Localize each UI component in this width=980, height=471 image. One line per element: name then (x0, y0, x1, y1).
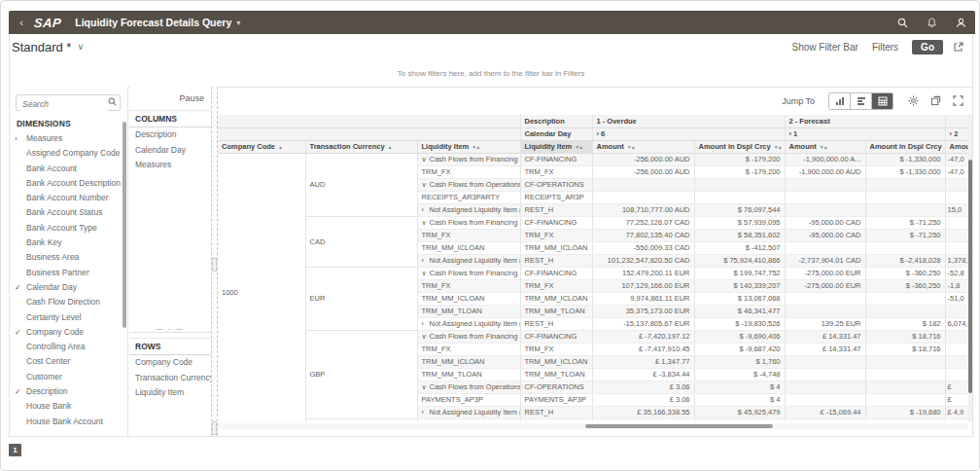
liquidity-key-cell[interactable]: CF-FINANCING (520, 216, 592, 229)
amount-cell[interactable]: £ 3.06 (592, 380, 694, 393)
expand-icon[interactable]: › (422, 206, 430, 213)
liquidity-item-cell[interactable]: TRM_FX (417, 229, 520, 241)
splitter-grip[interactable] (212, 258, 217, 272)
amount-cell[interactable]: 108,710,777.00 AUD (592, 203, 694, 216)
amount-cell[interactable]: $ -71,250 (865, 216, 945, 229)
horizontal-scrollbar[interactable] (218, 423, 968, 429)
amount-cell[interactable]: 9,974,861.11 EUR (592, 292, 694, 305)
liquidity-key-cell[interactable]: CF-FINANCING (520, 267, 592, 279)
amount-cell[interactable]: -550,009.33 CAD (592, 241, 694, 254)
gear-icon[interactable] (905, 95, 921, 106)
amount-cell[interactable]: £ -7,417,910.45 (592, 343, 694, 355)
amount-cell[interactable]: -52,8 (945, 267, 968, 279)
amount-cell[interactable]: £ 14,331.47 (785, 343, 865, 355)
collapse-icon[interactable]: ∨ (422, 270, 430, 277)
liquidity-key-cell[interactable]: TRM_MM_ICLOAN (520, 241, 592, 254)
amount-cell[interactable]: £ 1,347.77 (592, 355, 694, 368)
amount-cell[interactable]: $ 76,097,544 (694, 203, 785, 216)
dimension-item-bank-account-status[interactable]: Bank Account Status (10, 205, 127, 220)
amount-cell[interactable]: 77,802,135.40 CAD (592, 229, 694, 241)
amount-cell[interactable]: -275,000.00 EUR (785, 267, 865, 279)
amount-cell[interactable]: $ 58,351,602 (694, 229, 785, 241)
liquidity-key-cell[interactable]: CF-FINANCING (520, 153, 592, 165)
go-button[interactable]: Go (912, 40, 943, 54)
liquidity-key-cell[interactable]: TRM_FX (520, 165, 592, 178)
amount-cell[interactable]: 107,129,166.00 EUR (592, 279, 694, 292)
dimension-item-bank-key[interactable]: Bank Key (10, 236, 127, 250)
amount-cell[interactable] (865, 292, 945, 305)
dimensions-scrollbar[interactable] (122, 122, 126, 328)
amount-cell[interactable]: $ -1,330,000 (865, 165, 945, 178)
liquidity-key-cell[interactable]: RECEIPTS_AR3P (520, 191, 592, 203)
amount-cell[interactable]: £ -3,834.44 (592, 368, 694, 380)
liquidity-item-cell[interactable]: ∨Cash Flows from Financing (417, 330, 520, 343)
amount-cell[interactable]: -60 (945, 418, 968, 421)
search-input[interactable] (20, 96, 108, 111)
amount-cell[interactable]: -256,000.00 AUD (592, 153, 694, 165)
liquidity-item-cell[interactable]: ›Not Assigned Liquidity Item (s) (417, 254, 520, 267)
dimension-item-customer[interactable]: Customer (10, 370, 127, 384)
amount-cell[interactable]: £ 35,166,338.55 (592, 406, 694, 418)
amount-cell[interactable] (592, 191, 694, 203)
column-header-liquidity-item[interactable]: Liquidity Item▼▲ (417, 140, 520, 153)
columns-item-measures[interactable]: Measures (129, 158, 211, 173)
liquidity-key-cell[interactable]: CF-FINANCING (520, 330, 592, 343)
dimension-item-certainty-level[interactable]: Certainty Level (10, 310, 127, 325)
column-header-amount[interactable]: Amount▼▲ (592, 140, 694, 153)
liquidity-key-cell[interactable]: REST_H (520, 254, 592, 267)
amount-cell[interactable]: 15,0 (945, 203, 968, 216)
amount-cell[interactable]: $ -412,507 (694, 241, 785, 254)
amount-cell[interactable]: $ 1,760 (694, 355, 785, 368)
amount-cell[interactable]: £ -7,420,197.12 (592, 330, 694, 343)
amount-cell[interactable] (945, 241, 968, 254)
liquidity-key-cell[interactable]: REST_H (520, 203, 592, 216)
liquidity-item-cell[interactable]: ›Not Assigned Liquidity Item (s) (417, 203, 520, 216)
collapse-icon[interactable]: ∨ (422, 156, 430, 163)
drill-header[interactable]: › 2 (945, 127, 968, 140)
amount-cell[interactable]: £ -15,069.44 (785, 406, 865, 418)
dimension-item-bank-account-description[interactable]: Bank Account Description (10, 176, 127, 191)
liquidity-item-cell[interactable]: ∨Cash Flows from Financing (417, 267, 520, 279)
liquidity-item-cell[interactable]: RECEIPTS_AR3PARTY (417, 191, 520, 203)
dimension-item-cash-flow-direction[interactable]: Cash Flow Direction (10, 295, 127, 309)
table-row[interactable]: GBP∨Cash Flows from FinancingCF-FINANCIN… (218, 330, 968, 343)
amount-cell[interactable] (945, 305, 968, 317)
liquidity-item-cell[interactable]: TRM_MM_ICLOAN (417, 292, 520, 305)
amount-cell[interactable] (945, 355, 968, 368)
liquidity-item-cell[interactable]: ›Not Assigned Liquidity Item (s) (417, 317, 520, 330)
table-row[interactable]: 1000AUD∨Cash Flows from FinancingCF-FINA… (218, 153, 968, 165)
dimension-item-cost-center[interactable]: Cost Center (10, 354, 127, 369)
amount-cell[interactable]: £ (945, 380, 968, 393)
amount-cell[interactable]: 139.25 EUR (785, 317, 865, 330)
liquidity-key-cell[interactable]: CF-OPERATIONS (520, 178, 592, 191)
amount-cell[interactable]: -15,137,805.67 EUR (592, 317, 694, 330)
amount-cell[interactable]: $ 4 (694, 380, 785, 393)
liquidity-item-cell[interactable]: ∨Cash Flows from Financing (417, 153, 520, 165)
amount-cell[interactable]: -2,737,904.01 CAD (785, 254, 865, 267)
amount-cell[interactable]: £ 14,331.47 (785, 330, 865, 343)
amount-cell[interactable]: $ -360,250 (865, 279, 945, 292)
fullscreen-icon[interactable] (950, 95, 965, 106)
amount-cell[interactable]: -51,0 (945, 292, 968, 305)
amount-cell[interactable]: $ -4,748 (694, 368, 785, 380)
amount-cell[interactable] (785, 380, 865, 393)
amount-cell[interactable]: 77,252,126.07 CAD (592, 216, 694, 229)
amount-cell[interactable] (785, 305, 865, 317)
rows-item-company-code[interactable]: Company Code (129, 355, 211, 371)
amount-cell[interactable] (945, 229, 968, 241)
amount-cell[interactable]: -47,0 (945, 165, 968, 178)
column-header-company-code[interactable]: Company Code▲ (218, 140, 305, 153)
amount-cell[interactable] (694, 191, 785, 203)
amount-cell[interactable]: 6,074,6 (945, 317, 968, 330)
liquidity-item-cell[interactable]: PAYMENTS_AP3P (417, 393, 520, 406)
column-header-transaction-currency[interactable]: Transaction Currency▲ (305, 140, 417, 153)
variant-caret-icon[interactable]: ∨ (77, 42, 84, 52)
group-header-overdue[interactable]: 1 - Overdue (592, 115, 785, 127)
amount-cell[interactable] (945, 368, 968, 380)
liquidity-item-cell[interactable]: TRM_FX (417, 343, 520, 355)
amount-cell[interactable]: $ -7,468 (865, 418, 945, 421)
collapse-icon[interactable]: ∨ (422, 383, 430, 391)
amount-cell[interactable]: $ 4 (694, 393, 785, 406)
expand-icon[interactable]: › (422, 320, 430, 327)
amount-cell[interactable]: $ -19,680 (865, 406, 945, 418)
